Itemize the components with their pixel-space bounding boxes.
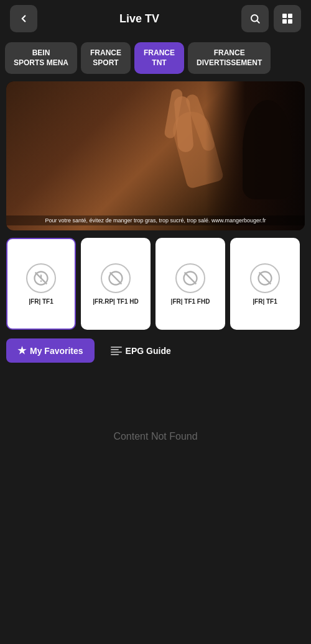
channel-icon-tf1-4 xyxy=(250,263,280,293)
svg-line-1 xyxy=(257,20,259,22)
channel-icon-tf1-fhd xyxy=(175,263,205,293)
header-actions xyxy=(241,5,301,32)
epg-icon xyxy=(111,347,122,355)
channel-icon-tf1-rp xyxy=(101,263,131,293)
grid-view-button[interactable] xyxy=(274,5,301,32)
channel-card-tf1-rp[interactable]: |FR.RP| TF1 HD xyxy=(81,238,151,330)
category-tabs: BEIN SPORTS MENA FRANCE SPORT FRANCE TNT… xyxy=(0,37,311,79)
channel-grid: |FR| TF1 |FR.RP| TF1 HD |FR| TF1 FHD |FR… xyxy=(0,235,311,335)
channel-label-tf1-rp: |FR.RP| TF1 HD xyxy=(90,298,141,305)
channel-icon-tf1 xyxy=(26,263,56,293)
channel-label-tf1: |FR| TF1 xyxy=(26,298,55,305)
svg-line-2 xyxy=(35,272,47,284)
video-subtitle: Pour votre santé, évitez de manger trop … xyxy=(6,215,305,225)
category-france-tnt[interactable]: FRANCE TNT xyxy=(134,42,184,74)
epg-label: EPG Guide xyxy=(126,346,171,356)
channel-label-tf1-fhd: |FR| TF1 FHD xyxy=(169,298,213,305)
epg-tab[interactable]: EPG Guide xyxy=(100,338,182,363)
bottom-tabs: ★ My Favorites EPG Guide xyxy=(0,335,311,369)
favorites-label: My Favorites xyxy=(30,346,83,356)
channel-label-tf1-4: |FR| TF1 xyxy=(250,298,279,305)
header: Live TV xyxy=(0,0,311,37)
back-button[interactable] xyxy=(10,5,37,32)
channel-card-tf1-4[interactable]: |FR| TF1 xyxy=(230,238,300,330)
channel-card-tf1-fhd[interactable]: |FR| TF1 FHD xyxy=(156,238,225,330)
grid-icon xyxy=(282,14,292,24)
channel-card-tf1[interactable]: |FR| TF1 xyxy=(6,238,76,330)
search-button[interactable] xyxy=(241,5,269,32)
video-player[interactable]: Pour votre santé, évitez de manger trop … xyxy=(6,81,305,230)
category-france-divertissement[interactable]: FRANCE DIVERTISSEMENT xyxy=(188,42,271,74)
page-title: Live TV xyxy=(119,12,159,25)
content-not-found-text: Content Not Found xyxy=(113,431,197,442)
favorites-tab[interactable]: ★ My Favorites xyxy=(6,338,95,363)
category-bein-sports-mena[interactable]: BEIN SPORTS MENA xyxy=(5,42,77,74)
star-icon: ★ xyxy=(17,345,26,356)
category-france-sport[interactable]: FRANCE SPORT xyxy=(81,42,131,74)
video-scene xyxy=(6,81,305,230)
content-not-found: Content Not Found xyxy=(0,419,311,455)
svg-line-5 xyxy=(259,272,271,284)
svg-line-3 xyxy=(110,272,122,284)
svg-line-4 xyxy=(185,272,197,284)
